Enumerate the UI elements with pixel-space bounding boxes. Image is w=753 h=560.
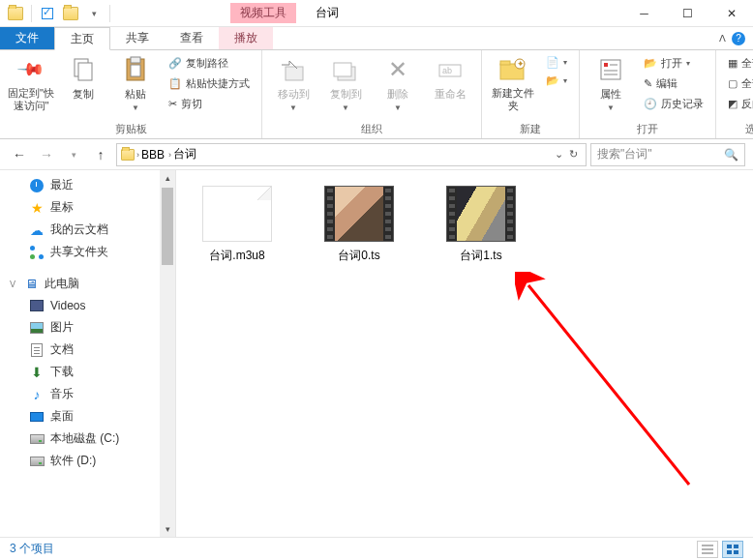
back-button[interactable]: ← <box>8 143 31 166</box>
tab-view[interactable]: 查看 <box>165 27 219 49</box>
copy-path-button[interactable]: 🔗复制路径 <box>165 54 254 73</box>
new-item-dropdown[interactable]: 📄▾ <box>542 54 571 71</box>
qat-checkbox-icon[interactable] <box>36 3 59 24</box>
breadcrumb-seg-bbb[interactable]: BBB› <box>141 148 171 162</box>
tab-play[interactable]: 播放 <box>219 27 273 49</box>
close-button[interactable]: ✕ <box>709 0 753 27</box>
clock-icon <box>30 179 44 192</box>
scroll-up-icon[interactable]: ▴ <box>160 170 175 186</box>
search-icon: 🔍 <box>724 148 738 162</box>
sidebar-item-music[interactable]: ♪音乐 <box>0 383 175 405</box>
star-icon: ★ <box>29 200 45 216</box>
open-button[interactable]: 📂打开▾ <box>640 54 708 73</box>
sidebar-item-shared[interactable]: 共享文件夹 <box>0 241 175 263</box>
history-icon: 🕘 <box>644 98 657 110</box>
pin-to-quick-access-button[interactable]: 📌 固定到"快速访问" <box>8 54 54 112</box>
invert-selection-button[interactable]: ◩反向选择 <box>724 95 753 113</box>
details-view-button[interactable] <box>697 541 718 558</box>
sidebar-item-pictures[interactable]: 图片 <box>0 316 175 339</box>
sidebar-item-documents[interactable]: 文档 <box>0 339 175 361</box>
new-folder-button[interactable]: ✦ 新建文件夹 <box>490 54 536 112</box>
svg-rect-11 <box>500 61 510 65</box>
properties-icon <box>598 57 623 82</box>
navigation-pane[interactable]: 最近 ★星标 ☁我的云文档 共享文件夹 ᐯ🖥此电脑 Videos 图片 文档 ⬇… <box>0 170 176 537</box>
copy-button[interactable]: 复制 <box>60 54 106 102</box>
paste-button[interactable]: 粘贴 ▼ <box>112 54 159 112</box>
sidebar-item-drive-c[interactable]: 本地磁盘 (C:) <box>0 427 175 450</box>
recent-locations-dropdown[interactable]: ▾ <box>62 143 85 166</box>
ribbon-group-new: ✦ 新建文件夹 📄▾ 📂▾ 新建 <box>482 50 580 138</box>
up-button[interactable]: ↑ <box>89 143 112 166</box>
svg-rect-5 <box>286 67 303 80</box>
video-folder-icon <box>30 300 44 311</box>
tab-file[interactable]: 文件 <box>0 27 54 49</box>
properties-button[interactable]: 属性▼ <box>587 54 634 112</box>
ribbon-group-clipboard: 📌 固定到"快速访问" 复制 粘贴 ▼ 🔗复制路径 📋粘贴快捷方式 ✂剪切 剪贴… <box>0 50 262 138</box>
icons-view-button[interactable] <box>722 541 743 558</box>
easy-access-dropdown[interactable]: 📂▾ <box>542 73 571 89</box>
copy-to-button[interactable]: 复制到▼ <box>322 54 369 112</box>
group-organize-label: 组织 <box>270 120 473 136</box>
address-bar[interactable]: › BBB› 台词 ⌄ ↻ <box>116 143 587 166</box>
move-to-button[interactable]: 移动到▼ <box>270 54 316 112</box>
history-button[interactable]: 🕘历史记录 <box>640 95 708 113</box>
app-folder-icon[interactable] <box>4 3 27 24</box>
file-name: 台词.m3u8 <box>209 248 264 264</box>
contextual-tab-label: 视频工具 <box>230 3 296 23</box>
help-icon[interactable]: ? <box>732 32 745 45</box>
sidebar-item-this-pc[interactable]: ᐯ🖥此电脑 <box>0 273 175 295</box>
paste-icon <box>123 55 148 84</box>
qat-customize-chevron[interactable]: ▾ <box>82 3 105 24</box>
file-item[interactable]: 台词0.ts <box>306 186 412 264</box>
drive-icon <box>30 434 45 444</box>
cut-button[interactable]: ✂剪切 <box>165 95 254 113</box>
scroll-thumb[interactable] <box>162 188 173 265</box>
breadcrumb-chevron-icon[interactable]: › <box>136 150 139 160</box>
maximize-button[interactable]: ☐ <box>666 0 709 27</box>
breadcrumb-seg-current[interactable]: 台词 <box>173 146 196 162</box>
paste-dropdown-icon: ▼ <box>132 103 139 112</box>
file-item[interactable]: 台词.m3u8 <box>184 186 290 264</box>
window-controls: ─ ☐ ✕ <box>622 0 753 27</box>
delete-button[interactable]: ✕ 删除▼ <box>375 54 421 112</box>
minimize-button[interactable]: ─ <box>622 0 666 27</box>
ribbon-tabs: 文件 主页 共享 查看 播放 ᐱ ? <box>0 27 753 50</box>
paste-shortcut-button[interactable]: 📋粘贴快捷方式 <box>165 74 254 93</box>
svg-text:✦: ✦ <box>517 59 525 69</box>
pin-label: 固定到"快速访问" <box>8 87 54 112</box>
sidebar-item-drive-d[interactable]: 软件 (D:) <box>0 450 175 472</box>
tab-share[interactable]: 共享 <box>110 27 165 49</box>
sidebar-item-star[interactable]: ★星标 <box>0 196 175 219</box>
drive-icon <box>30 457 45 466</box>
address-dropdown-icon[interactable]: ⌄ <box>555 148 563 161</box>
forward-button[interactable]: → <box>35 143 58 166</box>
ribbon: 📌 固定到"快速访问" 复制 粘贴 ▼ 🔗复制路径 📋粘贴快捷方式 ✂剪切 剪贴… <box>0 50 753 139</box>
copy-to-icon <box>332 57 359 82</box>
copy-label: 复制 <box>73 87 94 102</box>
tab-home[interactable]: 主页 <box>54 27 110 50</box>
tree-expand-icon[interactable]: ᐯ <box>10 280 15 289</box>
svg-rect-3 <box>131 57 140 63</box>
file-list[interactable]: 台词.m3u8 台词0.ts 台词1.ts <box>176 170 753 537</box>
sidebar-item-downloads[interactable]: ⬇下载 <box>0 361 175 383</box>
scroll-down-icon[interactable]: ▾ <box>160 521 175 537</box>
copy-icon <box>71 57 96 82</box>
qat-folder-icon[interactable] <box>59 3 82 24</box>
sidebar-item-videos[interactable]: Videos <box>0 295 175 316</box>
sidebar-item-recent[interactable]: 最近 <box>0 174 175 196</box>
edit-button[interactable]: ✎编辑 <box>640 74 708 93</box>
explorer-body: 最近 ★星标 ☁我的云文档 共享文件夹 ᐯ🖥此电脑 Videos 图片 文档 ⬇… <box>0 170 753 537</box>
select-all-button[interactable]: ▦全部选择 <box>724 54 753 73</box>
sidebar-item-cloud[interactable]: ☁我的云文档 <box>0 219 175 241</box>
search-placeholder: 搜索"台词" <box>597 146 652 162</box>
refresh-icon[interactable]: ↻ <box>569 148 578 161</box>
file-item[interactable]: 台词1.ts <box>428 186 534 264</box>
search-box[interactable]: 搜索"台词" 🔍 <box>590 143 745 166</box>
ribbon-group-open: 属性▼ 📂打开▾ ✎编辑 🕘历史记录 打开 <box>580 50 716 138</box>
sidebar-item-desktop[interactable]: 桌面 <box>0 405 175 427</box>
sidebar-scrollbar[interactable]: ▴ ▾ <box>160 170 175 537</box>
collapse-ribbon-icon[interactable]: ᐱ <box>719 33 726 44</box>
select-none-button[interactable]: ▢全部取消 <box>724 74 753 93</box>
rename-button[interactable]: ab 重命名 <box>427 54 473 102</box>
file-name: 台词0.ts <box>338 248 379 264</box>
